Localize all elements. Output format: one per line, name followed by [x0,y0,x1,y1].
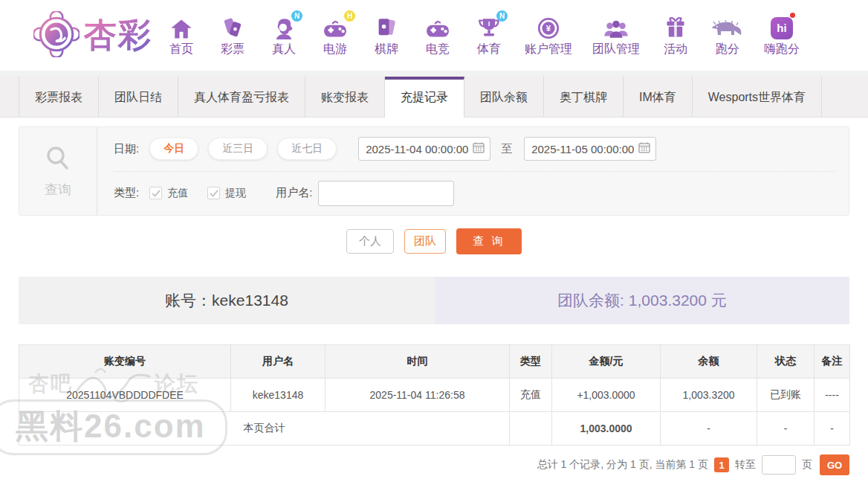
svg-text:¥: ¥ [546,24,551,33]
nav-item-live[interactable]: N 真人 [268,14,299,57]
filter-side-label: 查询 [45,181,71,199]
tab-im-sports[interactable]: IM体育 [624,77,693,118]
cards-icon [376,14,397,39]
pagination: 总计 1 个记录, 分为 1 页, 当前第 1 页 1 转至 页 GO [19,454,849,481]
header-separator [0,71,868,77]
search-icon [42,144,74,178]
red-dot-badge [790,13,795,18]
tab-team-balance[interactable]: 团队余额 [464,77,544,118]
preset-7days-button[interactable]: 近七日 [277,138,337,160]
badge-n: N [496,10,508,22]
nav-item-account-management[interactable]: ¥ 账户管理 [525,14,572,57]
filter-type-row: 类型: 充值 提现 用户名: [114,172,849,216]
tab-account-change[interactable]: 账变报表 [305,77,385,118]
filter-main: 日期: 今日 近三日 近七日 2025-11-04 00:00:00 至 202… [97,127,849,215]
svg-text:I: I [488,19,490,27]
nav-item-team-management[interactable]: 团队管理 [592,14,640,57]
nav-item-hi-paofen[interactable]: hi 嗨跑分 [764,14,800,57]
nav-item-home[interactable]: 首页 [166,14,197,57]
search-button[interactable]: 查 询 [456,228,522,254]
lottery-icon [221,14,244,39]
rhino-icon [711,14,744,39]
report-tabs: 彩票报表 团队日结 真人体育盈亏报表 账变报表 充提记录 团队余额 奥丁棋牌 I… [0,77,868,118]
account-coin-icon: ¥ [537,14,560,39]
nav-item-promotions[interactable]: 活动 [660,14,691,57]
page: 杏彩 首页 彩票 [0,0,868,482]
cell-username: keke13148 [231,379,326,412]
tab-live-sports-pl[interactable]: 真人体育盈亏报表 [178,77,305,118]
balance-label: 团队余额: [557,290,624,311]
logo-text: 杏彩 [84,13,152,57]
header: 杏彩 首页 彩票 [0,0,868,71]
tab-aoding-chess[interactable]: 奥丁棋牌 [544,77,624,118]
go-button[interactable]: GO [820,454,849,475]
slots-icon: H [323,14,348,39]
cell-remark: ---- [814,379,850,412]
total-remark: - [814,412,850,446]
badge-h: H [344,10,355,22]
nav-item-egames[interactable]: H 电游 [320,14,351,57]
goto-page-input[interactable] [762,455,796,475]
preset-3days-button[interactable]: 近三日 [208,138,268,160]
cell-type: 充值 [510,379,552,412]
tab-lottery-report[interactable]: 彩票报表 [19,77,99,118]
nav-item-paofen[interactable]: 跑分 [711,14,744,57]
calendar-icon[interactable] [638,141,650,156]
nav-item-sports[interactable]: I N 体育 [473,14,505,57]
col-username: 用户名 [231,345,326,379]
filter-panel: 查询 日期: 今日 近三日 近七日 2025-11-04 00:00:00 至 [19,126,849,216]
nav-item-esports[interactable]: 电竞 [422,14,453,57]
team-balance: 团队余额: 1,003.3200 元 [435,277,849,324]
total-amount: 1,003.0000 [552,412,661,446]
date-to-input[interactable]: 2025-11-05 00:00:00 [524,137,656,161]
account-number: 账号： keke13148 [19,277,435,324]
tab-team-daily[interactable]: 团队日结 [99,77,178,118]
total-status: - [757,412,814,446]
balance-unit: 元 [711,290,727,311]
content: 查询 日期: 今日 近三日 近七日 2025-11-04 00:00:00 至 [0,118,868,481]
current-page-button[interactable]: 1 [714,457,729,472]
checkbox-icon[interactable] [149,187,162,199]
deposit-checkbox[interactable]: 充值 [149,187,188,200]
personal-button[interactable]: 个人 [346,229,394,254]
account-value: keke13148 [212,292,288,309]
checkbox-icon[interactable] [207,187,220,199]
balance-value: 1,003.3200 [629,292,707,309]
filter-side: 查询 [19,127,97,215]
col-amount: 金额/元 [552,345,661,379]
withdraw-checkbox[interactable]: 提现 [207,187,246,200]
total-type-cell [510,412,552,446]
username-label: 用户名: [276,186,312,200]
preset-today-button[interactable]: 今日 [149,138,198,160]
home-icon [170,14,192,39]
col-balance: 余额 [661,345,757,379]
account-bar: 账号： keke13148 团队余额: 1,003.3200 元 [19,277,849,324]
date-from-input[interactable]: 2025-11-04 00:00:00 [358,137,490,161]
team-button[interactable]: 团队 [404,229,446,254]
account-label: 账号： [165,290,212,311]
username-input[interactable] [318,181,454,206]
table-header-row: 账变编号 用户名 时间 类型 金额/元 余额 状态 备注 [19,345,850,379]
trophy-icon: I N [478,14,500,39]
pagination-summary: 总计 1 个记录, 分为 1 页, 当前第 1 页 [537,458,708,472]
calendar-icon[interactable] [473,141,485,156]
hi-app-icon: hi [771,14,793,39]
date-range-to-label: 至 [501,142,512,156]
badge-n: N [291,10,302,22]
col-time: 时间 [326,345,510,379]
total-label: 本页合计 [19,412,510,446]
nav-item-lottery[interactable]: 彩票 [217,14,248,57]
logo[interactable]: 杏彩 [33,11,152,60]
records-table: 账变编号 用户名 时间 类型 金额/元 余额 状态 备注 20251104VBD… [19,344,850,446]
nav-item-boardgames[interactable]: 棋牌 [371,14,402,57]
cell-amount: +1,003.0000 [552,379,661,412]
filter-date-row: 日期: 今日 近三日 近七日 2025-11-04 00:00:00 至 202… [114,127,849,171]
tab-deposit-withdraw[interactable]: 充提记录 [385,77,464,118]
col-type: 类型 [510,345,552,379]
gift-icon [664,14,687,39]
date-label: 日期: [114,142,139,156]
total-balance: - [661,412,757,446]
action-buttons: 个人 团队 查 询 [19,228,849,254]
cell-status: 已到账 [757,379,814,412]
tab-wesports[interactable]: Wesports世界体育 [693,77,822,118]
